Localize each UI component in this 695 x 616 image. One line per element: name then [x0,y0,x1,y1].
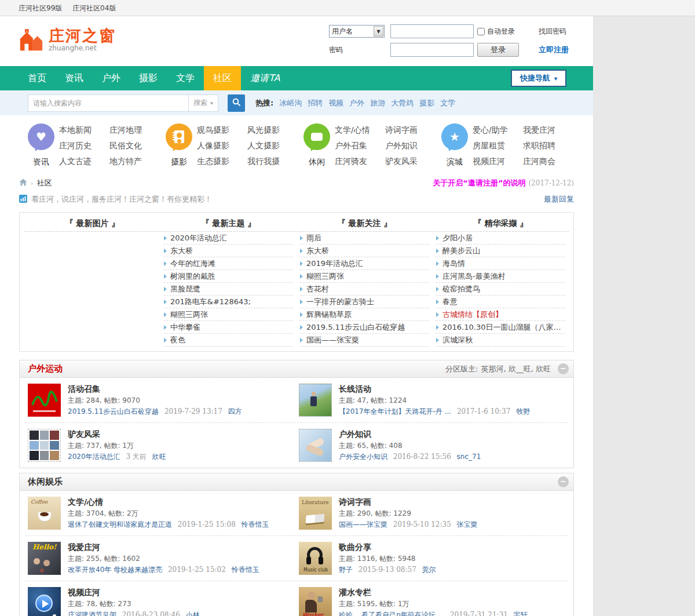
last-post-author[interactable]: 怜香惜玉 [242,520,269,528]
forum-title-link[interactable]: 驴友风采 [68,429,100,439]
outdoor-knowledge-icon[interactable] [299,429,332,462]
hot-link[interactable]: 视频 [328,98,343,108]
quick-link[interactable]: 驴友风采 [385,156,418,166]
forum-title-link[interactable]: 诗词字画 [339,497,371,506]
leisure-balloon-icon[interactable]: 休闲 [299,122,335,173]
hot-link[interactable]: 冰峪沟 [279,98,302,108]
hiker-gallery-icon[interactable] [28,429,61,462]
quick-link[interactable]: 我爱庄河 [523,125,555,134]
last-post-author[interactable]: 怜香惜玉 [232,566,259,574]
hot-link[interactable]: 大骨鸡 [391,98,414,108]
quick-link[interactable]: 庄河商会 [523,156,555,166]
quick-link[interactable]: 爱心/助学 [473,125,508,134]
list-item[interactable]: 中华攀雀 [164,321,293,334]
forum-title-link[interactable]: 灌水专栏 [339,588,371,597]
nav-item-community[interactable]: 社区 [204,66,241,90]
list-item[interactable]: 海岛情 [436,257,565,270]
hot-link[interactable]: 文学 [440,98,455,108]
quick-link[interactable]: 人文摄影 [247,141,280,150]
last-post-author[interactable]: 欣旺 [152,453,166,461]
quick-link[interactable]: 民俗文化 [109,141,142,150]
section-title[interactable]: 休闲娱乐 [28,476,63,487]
list-item[interactable]: 滨城深秋 [436,334,565,347]
moderators-links[interactable]: 英那河, 欣__旺, 欣旺 [481,364,551,374]
nav-item-outdoor[interactable]: 户外 [93,66,130,90]
password-input[interactable] [390,43,474,57]
long-trek-icon[interactable] [299,384,332,417]
forum-title-link[interactable]: 户外知识 [339,429,371,439]
list-item[interactable]: 201路电车&#128643; [164,296,293,308]
list-item[interactable]: 夜色 [164,334,293,347]
quick-nav-button[interactable]: 快捷导航 ▾ [511,70,566,87]
register-link[interactable]: 立即注册 [539,45,573,55]
forum-title-link[interactable]: 活动召集 [68,384,100,393]
quick-link[interactable]: 求职招聘 [523,141,555,150]
group-label[interactable]: 摄影 [161,157,197,167]
list-item[interactable]: 2020年活动总汇 [164,232,293,245]
username-type-select[interactable]: 用户名 ▼ [329,25,385,38]
quick-link[interactable]: 生态摄影 [197,156,229,166]
list-item[interactable]: 国画——张宝粟 [300,334,429,347]
nav-item-invite[interactable]: 邀请TA [241,66,289,90]
literature-book-icon[interactable]: Literature [299,497,332,530]
list-item[interactable]: 夕阳小居 [436,232,565,245]
collapse-button[interactable]: − [558,363,569,374]
video-play-icon[interactable] [28,587,61,616]
last-post-link[interactable]: 2020年活动总汇 [68,453,120,461]
coffee-icon[interactable]: Coffee [28,497,61,530]
list-item[interactable]: 辉腾锡勒草原 [300,308,429,321]
quick-link[interactable]: 我行我摄 [247,156,280,166]
list-item[interactable]: 今年的红海滩 [164,257,293,270]
list-item[interactable]: 庄河黑岛-最美渔村 [436,270,565,283]
login-button[interactable]: 登录 [477,43,519,57]
find-password-link[interactable]: 找回密码 [539,27,573,37]
quick-link[interactable]: 观鸟摄影 [197,125,229,134]
nav-item-photography[interactable]: 摄影 [130,66,167,90]
last-post-author[interactable]: 张宝粟 [457,520,478,528]
quick-link[interactable]: 人像摄影 [197,141,229,150]
quick-link[interactable]: 文学/心情 [335,125,370,134]
forum-title-link[interactable]: 歌曲分享 [339,542,371,552]
list-item[interactable]: 雨后 [300,232,429,245]
forum-title-link[interactable]: 我爱庄河 [68,542,100,552]
hot-link[interactable]: 摄影 [419,98,434,108]
activity-gathering-icon[interactable] [28,384,61,417]
list-item[interactable]: 一字排开的蒙古骑士 [300,296,429,308]
site-logo[interactable]: 庄河之窗 zhuanghe.net [17,25,116,54]
hot-link[interactable]: 户外 [349,98,364,108]
username-input[interactable] [390,24,474,38]
list-item[interactable]: 醉美步云山 [436,245,565,257]
search-input[interactable] [28,94,188,112]
nav-item-news[interactable]: 资讯 [56,66,93,90]
group-label[interactable]: 滨城 [437,157,473,167]
list-item[interactable]: 东大桥 [300,245,429,257]
list-item[interactable]: 树洞里的戴胜 [164,270,293,283]
last-post-author[interactable]: 莞尔 [422,566,436,574]
last-post-link[interactable]: 2019.5.11步云山白石砬穿越 [68,407,159,415]
list-item[interactable]: 黑脸琵鹭 [164,283,293,296]
list-item[interactable]: 古城情结【原创】 [436,308,565,321]
last-post-author[interactable]: 宇轩 [514,611,528,616]
city-balloon-icon[interactable]: ★ 滨城 [437,122,473,173]
last-post-link[interactable]: 哈哈....看了看自己n年前在论坛 ... [339,611,444,616]
search-button[interactable] [228,94,245,112]
forum-title-link[interactable]: 长线活动 [339,384,371,393]
quick-link[interactable]: 房屋租赁 [473,141,505,150]
last-post-link[interactable]: 改革开放40年 母校越来越漂亮 [68,566,162,574]
last-post-link[interactable]: 户外安全小知识 [339,453,387,461]
section-title[interactable]: 户外运动 [28,363,63,374]
worker-megaphone-icon[interactable]: Worker [299,587,332,616]
last-post-author[interactable]: 牧野 [516,407,530,415]
photography-balloon-icon[interactable]: 摄影 [161,122,197,173]
breadcrumb-current[interactable]: 社区 [36,178,52,188]
last-post-author[interactable]: 四方 [228,407,242,415]
list-item[interactable]: 东大桥 [164,245,293,257]
last-post-link[interactable]: 退休了创建文明和谐家庭才是正道 [68,520,172,528]
list-item[interactable]: 春意 [436,296,565,308]
quick-link[interactable]: 庄河地理 [109,125,142,134]
quick-link[interactable]: 本地新闻 [59,125,92,134]
group-label[interactable]: 休闲 [299,157,335,167]
home-icon[interactable] [19,178,27,188]
select-arrow-icon[interactable]: ▼ [374,26,383,37]
last-post-link[interactable]: 庄河啤酒节见闻 [68,611,116,616]
